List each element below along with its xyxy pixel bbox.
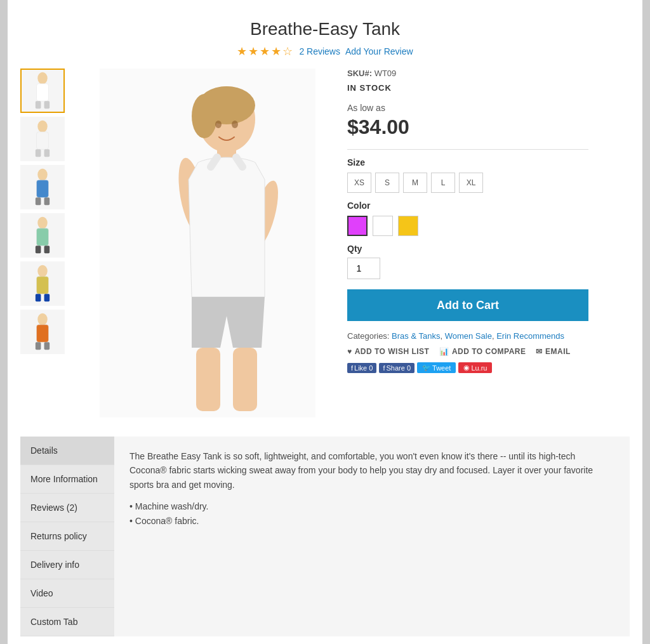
luru-button[interactable]: ◉ Lu.ru [458, 362, 492, 373]
email-link[interactable]: ✉ EMAIL [536, 347, 570, 356]
svg-rect-2 [36, 101, 41, 108]
svg-rect-1 [37, 84, 49, 101]
svg-point-34 [232, 121, 238, 128]
tab-details[interactable]: Details [20, 437, 114, 465]
rating-row: ★★★★☆ 2 Reviews Add Your Review [20, 44, 630, 58]
fb-like-button[interactable]: f Like 0 [347, 363, 376, 373]
wishlist-link[interactable]: ♥ ADD TO WISH LIST [347, 347, 429, 356]
svg-rect-5 [37, 132, 49, 149]
color-label: Color [347, 200, 588, 211]
size-xl[interactable]: XL [459, 173, 483, 193]
size-l[interactable]: L [431, 173, 455, 193]
main-image-container [81, 69, 335, 417]
thumbnail-1[interactable] [20, 69, 65, 113]
as-low-as: As low as [347, 103, 588, 113]
svg-point-33 [215, 121, 222, 128]
thumbnail-3[interactable] [20, 165, 65, 209]
price: $34.00 [347, 115, 588, 139]
tab-returns-policy[interactable]: Returns policy [20, 522, 114, 551]
social-buttons: f Like 0 f Share 0 🐦 Tweet ◉ Lu.ru [347, 362, 588, 373]
svg-point-4 [37, 121, 47, 133]
tab-content-area: The Breathe Easy Tank is so soft, lightw… [114, 437, 630, 636]
color-options [347, 216, 588, 236]
tabs-section: Details More Information Reviews (2) Ret… [20, 437, 630, 636]
page-container: Breathe-Easy Tank ★★★★☆ 2 Reviews Add Yo… [8, 0, 642, 644]
tab-more-information[interactable]: More Information [20, 465, 114, 494]
fb-icon: f [351, 364, 353, 372]
svg-point-27 [192, 94, 217, 138]
product-main: SKU#: WT09 IN STOCK As low as $34.00 Siz… [20, 69, 630, 417]
svg-rect-7 [44, 149, 50, 157]
svg-rect-13 [37, 228, 49, 246]
tab-features-list: Machine wash/dry. Cocona® fabric. [129, 499, 614, 528]
svg-rect-21 [37, 325, 49, 342]
sku-row: SKU#: WT09 [347, 69, 588, 78]
thumbnail-6[interactable] [20, 310, 65, 354]
color-swatch-white[interactable] [373, 216, 393, 236]
svg-rect-14 [36, 246, 41, 253]
luru-icon: ◉ [463, 364, 470, 372]
chart-icon: 📊 [439, 347, 449, 356]
size-xs[interactable]: XS [347, 173, 371, 193]
svg-rect-3 [44, 101, 50, 108]
tab-description: The Breathe Easy Tank is so soft, lightw… [129, 449, 614, 492]
svg-rect-6 [36, 149, 41, 157]
sku-label: SKU#: [347, 69, 372, 78]
stock-badge: IN STOCK [347, 83, 588, 93]
size-options: XS S M L XL [347, 173, 588, 193]
thumbnail-2[interactable] [20, 117, 65, 161]
qty-input[interactable] [347, 258, 380, 279]
tweet-button[interactable]: 🐦 Tweet [417, 362, 456, 373]
mail-icon: ✉ [536, 347, 543, 356]
svg-rect-11 [44, 197, 50, 205]
svg-point-8 [37, 169, 47, 181]
color-swatch-yellow[interactable] [398, 216, 418, 236]
tab-delivery-info[interactable]: Delivery info [20, 551, 114, 579]
product-title: Breathe-Easy Tank [20, 19, 630, 39]
size-s[interactable]: S [375, 173, 399, 193]
sku-value: WT09 [375, 69, 397, 78]
svg-rect-18 [36, 294, 41, 301]
twitter-icon: 🐦 [422, 364, 431, 372]
svg-rect-31 [196, 348, 220, 411]
svg-rect-10 [36, 197, 41, 205]
tab-custom-tab[interactable]: Custom Tab [20, 608, 114, 636]
category-bras-tanks[interactable]: Bras & Tanks [392, 331, 440, 341]
svg-rect-9 [37, 180, 49, 197]
size-m[interactable]: M [403, 173, 427, 193]
tabs-sidebar: Details More Information Reviews (2) Ret… [20, 437, 114, 636]
tab-video[interactable]: Video [20, 579, 114, 608]
action-links: ♥ ADD TO WISH LIST 📊 ADD TO COMPARE ✉ EM… [347, 347, 588, 356]
thumbnail-4[interactable] [20, 213, 65, 258]
svg-rect-22 [36, 342, 41, 350]
add-review-link[interactable]: Add Your Review [345, 46, 413, 56]
feature-2: Cocona® fabric. [129, 514, 614, 528]
qty-label: Qty [347, 244, 588, 254]
reviews-link[interactable]: 2 Reviews [299, 46, 340, 56]
svg-rect-17 [37, 277, 49, 294]
compare-link[interactable]: 📊 ADD TO COMPARE [439, 347, 526, 356]
categories-row: Categories: Bras & Tanks, Women Sale, Er… [347, 331, 588, 341]
size-label: Size [347, 157, 588, 168]
svg-rect-32 [233, 348, 257, 411]
thumbnail-5[interactable] [20, 261, 65, 306]
add-to-cart-button[interactable]: Add to Cart [347, 289, 588, 321]
price-divider [347, 149, 588, 150]
categories-label: Categories: [347, 331, 389, 341]
svg-rect-23 [44, 342, 50, 350]
svg-point-16 [37, 265, 47, 277]
heart-icon: ♥ [347, 347, 352, 356]
thumbnails-column [20, 69, 68, 417]
fb-share-button[interactable]: f Share 0 [379, 363, 415, 373]
svg-point-0 [37, 72, 47, 84]
svg-rect-15 [44, 246, 50, 253]
product-info: SKU#: WT09 IN STOCK As low as $34.00 Siz… [347, 69, 588, 417]
fb-share-icon: f [383, 364, 385, 372]
category-erin-recommends[interactable]: Erin Recommends [496, 331, 564, 341]
svg-rect-19 [44, 294, 50, 301]
tab-reviews[interactable]: Reviews (2) [20, 494, 114, 522]
category-women-sale[interactable]: Women Sale [445, 331, 492, 341]
svg-point-20 [37, 313, 47, 325]
feature-1: Machine wash/dry. [129, 499, 614, 513]
color-swatch-pink[interactable] [347, 216, 368, 236]
